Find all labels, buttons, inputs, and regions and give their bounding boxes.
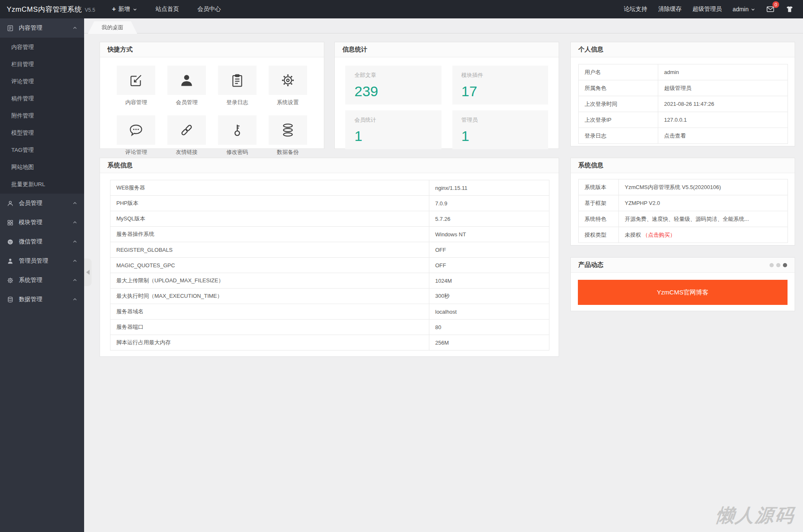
sidebar-group-module[interactable]: 模块管理 xyxy=(0,213,84,232)
chevron-up-icon xyxy=(72,258,77,263)
compose-icon xyxy=(128,73,144,88)
menu-site-home[interactable]: 站点首页 xyxy=(156,5,179,13)
gear-icon xyxy=(280,73,295,88)
sidebar-item-sitemap[interactable]: 网站地图 xyxy=(0,159,84,176)
shortcut-comment-manage[interactable]: 评论管理 xyxy=(111,115,162,156)
chevron-up-icon xyxy=(72,201,77,206)
shortcut-friend-links[interactable]: 友情链接 xyxy=(162,115,212,156)
row-value: 5.7.26 xyxy=(429,211,549,227)
link-forum-support[interactable]: 论坛支持 xyxy=(624,5,647,13)
messages-button[interactable]: 0 xyxy=(766,5,775,13)
message-badge: 0 xyxy=(772,1,779,8)
panel-stats: 信息统计 全部文章 239 模块插件 17 会员统计 1 管理员 1 xyxy=(334,42,559,149)
sidebar-group-system[interactable]: 系统管理 xyxy=(0,271,84,290)
row-label: REGISTER_GLOBALS xyxy=(110,242,429,258)
table-row: 所属角色超级管理员 xyxy=(579,80,788,96)
official-blog-banner[interactable]: YzmCMS官网博客 xyxy=(578,280,788,305)
stat-admins: 管理员 1 xyxy=(452,110,549,149)
login-log-link[interactable]: 点击查看 xyxy=(658,128,788,144)
carousel-dot-active[interactable] xyxy=(783,263,787,267)
panel-shortcuts: 快捷方式 内容管理 会员管理 登录日志 系统设置 评论管理 xyxy=(100,42,324,149)
row-label: 最大执行时间（MAX_EXECUTION_TIME） xyxy=(110,289,429,304)
sidebar-item-attachment-manage[interactable]: 附件管理 xyxy=(0,107,84,124)
sidebar-item-batch-update-url[interactable]: 批量更新URL xyxy=(0,176,84,193)
row-label: MySQL版本 xyxy=(110,211,429,227)
stat-label: 管理员 xyxy=(462,116,549,124)
sidebar-group-label: 微信管理 xyxy=(19,238,42,246)
stat-value: 17 xyxy=(462,83,549,100)
sidebar-group-content[interactable]: 内容管理 xyxy=(0,18,84,38)
table-row: PHP版本7.0.9 xyxy=(110,196,549,211)
shortcut-system-settings[interactable]: 系统设置 xyxy=(262,66,313,106)
row-label: PHP版本 xyxy=(110,196,429,211)
panel-title: 快捷方式 xyxy=(100,42,324,57)
row-value: 超级管理员 xyxy=(658,80,788,96)
sidebar-item-draft-manage[interactable]: 稿件管理 xyxy=(0,90,84,107)
table-row: 授权类型 未授权 （点击购买） xyxy=(579,227,788,243)
topbar-right: 论坛支持 清除缓存 超级管理员 admin 0 xyxy=(624,5,803,13)
table-row: 脚本运行占用最大内存256M xyxy=(110,335,549,350)
sidebar-group-member[interactable]: 会员管理 xyxy=(0,194,84,213)
chevron-up-icon xyxy=(72,297,77,302)
role-label: 超级管理员 xyxy=(693,5,722,13)
top-nav: + 新增 站点首页 会员中心 xyxy=(112,5,221,13)
shortcut-login-log[interactable]: 登录日志 xyxy=(212,66,263,106)
sidebar-collapse-handle[interactable] xyxy=(84,258,92,286)
row-value: OFF xyxy=(429,242,549,258)
sidebar-group-wechat[interactable]: 微信管理 xyxy=(0,232,84,251)
row-label: 服务器域名 xyxy=(110,304,429,320)
stat-value: 239 xyxy=(354,83,441,100)
sidebar-item-tag-manage[interactable]: TAG管理 xyxy=(0,141,84,159)
sidebar-item-content-manage[interactable]: 内容管理 xyxy=(0,38,84,56)
shortcut-grid: 内容管理 会员管理 登录日志 系统设置 评论管理 友情链接 xyxy=(100,57,324,156)
shortcut-label: 数据备份 xyxy=(277,148,299,156)
data-icon xyxy=(7,296,14,303)
carousel-dot[interactable] xyxy=(770,263,774,267)
shortcut-label: 评论管理 xyxy=(125,148,147,156)
license-status: 未授权 xyxy=(625,232,643,238)
stat-module-plugins: 模块插件 17 xyxy=(452,66,549,105)
chevron-down-icon xyxy=(751,7,755,12)
person-icon xyxy=(179,73,194,88)
carousel-dot[interactable] xyxy=(776,263,780,267)
sidebar-group-data[interactable]: 数据管理 xyxy=(0,290,84,309)
menu-add[interactable]: + 新增 xyxy=(112,5,137,13)
chevron-up-icon xyxy=(72,26,77,31)
shortcut-content-manage[interactable]: 内容管理 xyxy=(111,66,162,106)
row-label: 授权类型 xyxy=(579,227,619,243)
plus-icon: + xyxy=(112,6,115,13)
shortcut-change-password[interactable]: 修改密码 xyxy=(212,115,263,156)
shortcut-data-backup[interactable]: 数据备份 xyxy=(262,115,313,156)
menu-member-center[interactable]: 会员中心 xyxy=(198,5,221,13)
sidebar: 内容管理 内容管理 栏目管理 评论管理 稿件管理 附件管理 模型管理 TAG管理… xyxy=(0,18,84,532)
chevron-up-icon xyxy=(72,239,77,244)
row-label: 脚本运行占用最大内存 xyxy=(110,335,429,350)
buy-license-link[interactable]: （点击购买） xyxy=(643,232,675,238)
panel-profile: 个人信息 用户名admin 所属角色超级管理员 上次登录时间2021-08-26… xyxy=(570,42,795,146)
stats-grid: 全部文章 239 模块插件 17 会员统计 1 管理员 1 xyxy=(335,57,559,149)
link-clear-cache[interactable]: 清除缓存 xyxy=(658,5,682,13)
system-icon xyxy=(7,277,14,284)
row-label: 系统版本 xyxy=(579,179,619,195)
row-value: YzmCMS内容管理系统 V5.5(20200106) xyxy=(619,179,788,195)
row-value: 2021-08-26 11:47:26 xyxy=(658,96,788,112)
tab-my-desktop[interactable]: 我的桌面 xyxy=(88,21,137,34)
chevron-down-icon xyxy=(133,7,137,12)
key-icon xyxy=(230,123,245,138)
clipboard-icon xyxy=(230,73,245,88)
sidebar-item-comment-manage[interactable]: 评论管理 xyxy=(0,73,84,90)
shortcut-member-manage[interactable]: 会员管理 xyxy=(162,66,212,106)
panel-system-info: 系统信息 WEB服务器nginx/1.15.11 PHP版本7.0.9 MySQ… xyxy=(100,158,559,357)
shortcut-label: 会员管理 xyxy=(176,99,198,106)
username-label: admin xyxy=(733,6,749,13)
sidebar-item-category-manage[interactable]: 栏目管理 xyxy=(0,56,84,73)
row-value: 256M xyxy=(429,335,549,350)
license-cell: 未授权 （点击购买） xyxy=(619,227,788,243)
sidebar-group-admin[interactable]: 管理员管理 xyxy=(0,251,84,271)
tabbar: 我的桌面 xyxy=(84,18,803,33)
user-menu[interactable]: admin xyxy=(733,6,755,13)
sidebar-item-model-manage[interactable]: 模型管理 xyxy=(0,124,84,141)
row-label: 最大上传限制（UPLOAD_MAX_FILESIZE） xyxy=(110,273,429,289)
theme-button[interactable] xyxy=(785,5,794,13)
panel-system-version: 系统信息 系统版本YzmCMS内容管理系统 V5.5(20200106) 基于框… xyxy=(570,158,795,246)
